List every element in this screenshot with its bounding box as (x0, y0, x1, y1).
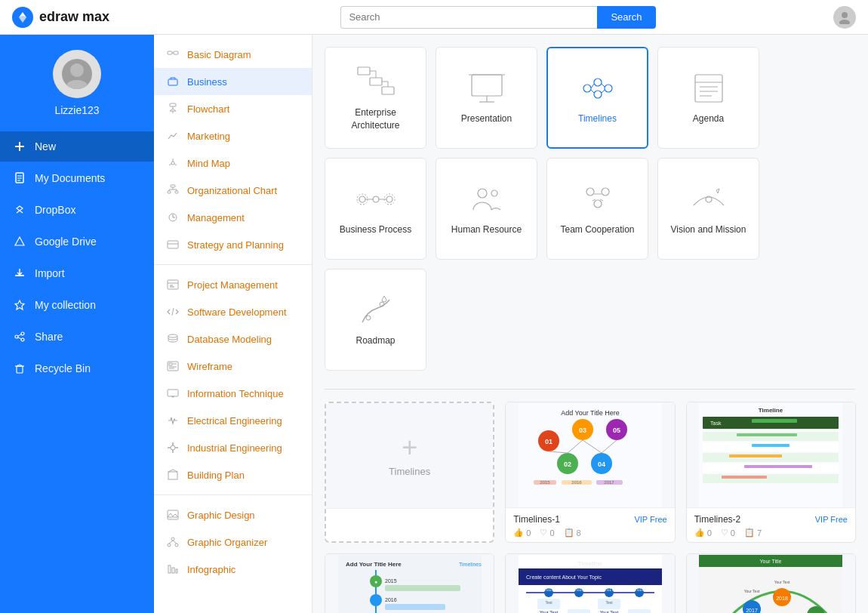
cat-card-human-resource[interactable]: Human Resource (436, 158, 537, 260)
svg-rect-81 (382, 87, 394, 94)
mid-item-flowchart[interactable]: Flowchart (154, 95, 312, 122)
flowchart-icon (166, 102, 180, 116)
svg-point-120 (366, 316, 371, 320)
mid-label-management: Management (187, 212, 245, 223)
svg-rect-80 (370, 78, 382, 85)
electrical-icon (166, 414, 180, 427)
mid-item-infographic[interactable]: Infographic (154, 556, 312, 583)
sidebar-item-my-documents[interactable]: My Documents (0, 163, 154, 193)
likes-count-1: 0 (526, 528, 531, 538)
svg-marker-28 (170, 109, 176, 111)
user-avatar-icon[interactable] (833, 6, 856, 29)
svg-rect-47 (168, 280, 178, 289)
svg-text:Your Text: Your Text (600, 610, 619, 614)
tmpl-card-new-blank[interactable]: + Timelines (325, 402, 494, 543)
cat-label-vision-mission: Vision and Mission (671, 223, 746, 236)
dropbox-icon (12, 202, 27, 217)
svg-point-111 (491, 190, 497, 196)
mid-item-wireframe[interactable]: Wireframe (154, 353, 312, 380)
mid-item-building-plan[interactable]: Building Plan (154, 461, 312, 488)
mid-item-management[interactable]: Management (154, 204, 312, 231)
svg-point-15 (21, 338, 24, 341)
cat-card-presentation[interactable]: Presentation (436, 47, 537, 149)
mid-item-software-dev[interactable]: Software Development (154, 298, 312, 325)
mid-item-info-tech[interactable]: Information Technique (154, 380, 312, 407)
mid-item-project-mgmt[interactable]: Project Management (154, 271, 312, 298)
mid-item-business[interactable]: Business (154, 68, 312, 95)
svg-point-92 (594, 91, 602, 98)
mid-item-mind-map[interactable]: Mind Map (154, 149, 312, 177)
svg-text:2015: 2015 (540, 480, 550, 485)
mid-item-db-modeling[interactable]: Database Modeling (154, 325, 312, 353)
stat-hearts-1: ♡ 0 (540, 528, 554, 538)
mid-item-marketing[interactable]: Marketing (154, 122, 312, 149)
svg-rect-27 (170, 103, 176, 106)
svg-point-13 (21, 332, 24, 335)
sidebar-item-dropbox[interactable]: DropBox (0, 195, 154, 225)
cat-card-timelines[interactable]: Timelines (546, 47, 648, 149)
sidebar-item-new[interactable]: New (0, 131, 154, 162)
tmpl-preview-2: Timeline Task (687, 402, 855, 508)
svg-text:02: 02 (564, 461, 571, 468)
tmpl-card-timelines-5[interactable]: Your Title 2016 2017 2018 2019 Your Text… (686, 553, 856, 613)
cat-card-roadmap[interactable]: Roadmap (325, 269, 426, 371)
sidebar-item-import[interactable]: Import (0, 258, 154, 288)
sidebar-item-google-drive[interactable]: Google Drive (0, 226, 154, 257)
search-input[interactable] (340, 6, 597, 29)
svg-text:03: 03 (579, 427, 586, 434)
svg-line-33 (174, 164, 177, 165)
svg-rect-78 (176, 569, 177, 573)
tmpl-badge-1: VIP Free (634, 515, 666, 524)
tmpl-card-timelines-2[interactable]: Timeline Task (686, 402, 856, 543)
mid-section-3: Graphic Design Graphic Organizer Infogra… (154, 494, 312, 589)
cat-label-presentation: Presentation (461, 112, 512, 125)
mid-item-basic-diagram[interactable]: Basic Diagram (154, 41, 312, 68)
svg-rect-152 (752, 444, 790, 447)
sidebar-item-my-collection[interactable]: My collection (0, 290, 154, 320)
tmpl-card-timelines-4[interactable]: Timeline Create content About Your Topic… (505, 553, 675, 613)
mid-menu: Basic Diagram Business Flowchart Marketi… (154, 35, 312, 613)
mid-item-strategy[interactable]: Strategy and Planning (154, 231, 312, 258)
mid-item-electrical[interactable]: Electrical Engineering (154, 407, 312, 434)
svg-line-97 (602, 90, 605, 93)
svg-rect-158 (722, 476, 767, 479)
tmpl-preview-blank: + Timelines (326, 403, 493, 509)
sidebar-item-recycle-bin[interactable]: Recycle Bin (0, 353, 154, 384)
cat-card-vision-mission[interactable]: Vision and Mission (657, 158, 759, 260)
mid-label-building-plan: Building Plan (187, 470, 245, 481)
svg-text:2016: 2016 (574, 587, 584, 592)
tmpl-card-timelines-1[interactable]: Add Your Title Here 01 03 05 02 04 (505, 402, 675, 543)
wireframe-icon (166, 359, 180, 373)
sidebar-item-share[interactable]: Share (0, 322, 154, 352)
vision-mission-icon (686, 181, 731, 217)
svg-rect-54 (169, 363, 172, 365)
cat-card-team-cooperation[interactable]: Team Cooperation (546, 158, 648, 260)
topbar: edraw max Search (0, 0, 868, 35)
cat-card-agenda[interactable]: Agenda (657, 47, 759, 149)
search-button[interactable]: Search (597, 6, 655, 29)
mid-section-1: Basic Diagram Business Flowchart Marketi… (154, 35, 312, 264)
mid-item-graphic-org[interactable]: Graphic Organizer (154, 528, 312, 556)
svg-rect-122 (519, 403, 662, 507)
software-dev-icon (166, 305, 180, 319)
svg-point-52 (168, 334, 177, 337)
tmpl-card-timelines-3[interactable]: Add Your Title Here Timelines ● 2015 201… (325, 553, 494, 613)
import-icon (12, 266, 27, 281)
cat-card-business-process[interactable]: Business Process (325, 158, 426, 260)
db-modeling-icon (166, 332, 180, 346)
mid-label-flowchart: Flowchart (187, 103, 229, 115)
cat-card-enterprise-arch[interactable]: EnterpriseArchitecture (325, 47, 426, 149)
mid-item-graphic-design[interactable]: Graphic Design (154, 501, 312, 528)
mid-item-org-chart[interactable]: Organizational Chart (154, 177, 312, 204)
tmpl-stats-1: 👍 0 ♡ 0 📋 8 (513, 528, 666, 538)
svg-point-73 (175, 544, 178, 547)
sidebar-nav: New My Documents DropBox G (0, 128, 154, 387)
search-area: Search (163, 6, 833, 29)
agenda-icon (686, 70, 731, 106)
mid-item-industrial[interactable]: Industrial Engineering (154, 434, 312, 461)
svg-rect-45 (168, 241, 178, 248)
svg-text:2017: 2017 (604, 480, 614, 485)
sidebar-label-new: New (35, 140, 56, 152)
svg-rect-77 (172, 568, 174, 573)
presentation-icon (464, 70, 509, 106)
